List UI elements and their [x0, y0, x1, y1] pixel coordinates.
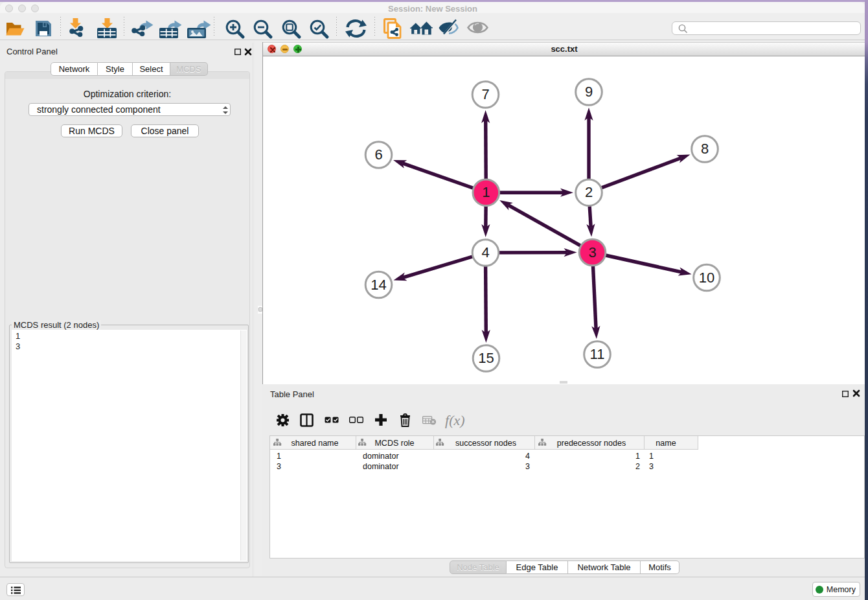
svg-text:15: 15 [478, 350, 494, 366]
svg-text:4: 4 [481, 244, 489, 260]
svg-text:9: 9 [585, 84, 593, 100]
svg-text:2: 2 [585, 184, 593, 200]
svg-text:8: 8 [701, 141, 709, 157]
svg-text:10: 10 [699, 270, 714, 286]
svg-text:14: 14 [371, 277, 386, 293]
svg-text:7: 7 [481, 86, 489, 102]
svg-text:11: 11 [590, 346, 605, 362]
svg-text:6: 6 [374, 146, 382, 163]
svg-text:3: 3 [588, 244, 596, 260]
svg-text:1: 1 [482, 184, 490, 200]
